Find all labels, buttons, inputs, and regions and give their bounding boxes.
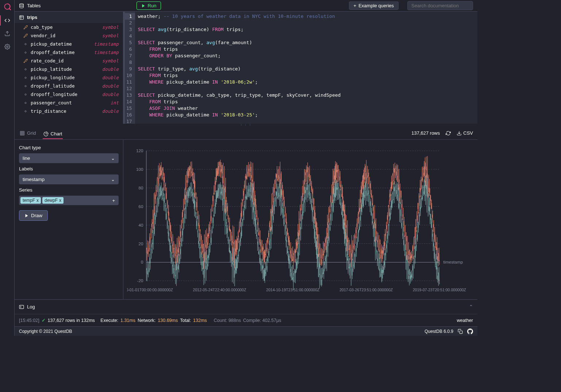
terminal-icon (19, 304, 24, 310)
pie-chart-icon (43, 131, 49, 137)
grid-icon (20, 131, 25, 136)
github-icon[interactable] (467, 328, 473, 334)
svg-rect-48 (460, 331, 462, 334)
column-row[interactable]: vendor_idsymbol (15, 31, 123, 40)
svg-text:2017-03-26T23:51:00.000000Z: 2017-03-26T23:51:00.000000Z (339, 288, 393, 292)
svg-text:20: 20 (138, 242, 143, 246)
sql-editor[interactable]: 1234567891011121314151617 weather; -- 10… (123, 12, 477, 124)
search-input[interactable] (407, 1, 473, 10)
example-queries-button[interactable]: + Example queries (349, 1, 399, 10)
svg-rect-5 (20, 15, 24, 19)
log-label: Log (27, 304, 35, 310)
download-icon (457, 131, 462, 136)
play-icon (24, 214, 29, 218)
column-row[interactable]: dropoff_latitudedouble (15, 82, 123, 90)
import-tab-icon[interactable] (4, 31, 10, 36)
column-row[interactable]: pickup_latitudedouble (15, 65, 123, 73)
svg-point-2 (7, 46, 8, 47)
tables-label: Tables (27, 3, 41, 8)
log-bar[interactable]: Log ⌃ (15, 299, 477, 314)
editor-content[interactable]: weather; -- 10 years of weather data in … (135, 12, 344, 124)
svg-point-3 (20, 4, 24, 5)
count-stat: Count: 988ns (214, 318, 241, 323)
column-row[interactable]: pickup_datetimetimestamp (15, 40, 123, 48)
execute-value: 1.31ms (120, 318, 135, 323)
column-row[interactable]: passenger_countint (15, 99, 123, 107)
settings-tab-icon[interactable] (4, 44, 10, 50)
left-rail (0, 0, 15, 336)
database-icon (19, 3, 24, 8)
chart-tab[interactable]: Chart (43, 130, 63, 139)
results-panel: Grid Chart 137,627 rows CSV Chart type (15, 127, 477, 299)
status-summary: 137,627 rows in 132ms (48, 318, 95, 323)
row-count: 137,627 rows (411, 130, 440, 136)
svg-rect-47 (19, 305, 24, 308)
chevron-up-icon[interactable]: ⌃ (469, 304, 473, 310)
status-time: [15:45:02] (19, 318, 39, 323)
svg-point-8 (25, 43, 26, 45)
chevron-down-icon: ⌄ (111, 177, 115, 182)
chart-config: Chart type line ⌄ Labels timestamp ⌄ Ser… (15, 140, 123, 299)
tables-header: Tables (19, 3, 41, 8)
column-row[interactable]: trip_distancedouble (15, 107, 123, 115)
column-row[interactable]: pickup_longitudedouble (15, 73, 123, 82)
csv-button[interactable]: CSV (457, 130, 473, 136)
chart-canvas: -200204060801001202010-01-01T00:00:00.00… (123, 140, 477, 299)
draw-button[interactable]: Draw (19, 210, 48, 221)
table-icon (19, 15, 24, 20)
svg-point-10 (25, 69, 26, 70)
svg-text:2019-07-23T20:51:00.000000Z: 2019-07-23T20:51:00.000000Z (413, 288, 466, 292)
svg-text:40: 40 (138, 223, 143, 227)
svg-point-9 (25, 52, 26, 53)
svg-text:2010-01-01T00:00:00.000000Z: 2010-01-01T00:00:00.000000Z (127, 288, 173, 292)
svg-marker-4 (142, 4, 145, 7)
chevron-down-icon: ⌄ (111, 155, 115, 161)
add-series-button[interactable]: + (110, 198, 117, 203)
network-value: 130.69ms (158, 318, 178, 323)
svg-text:-20: -20 (137, 279, 143, 283)
labels-label: Labels (19, 166, 119, 172)
refresh-button[interactable] (446, 131, 451, 136)
labels-select[interactable]: timestamp ⌄ (19, 174, 119, 184)
top-bar: Tables Run + Example queries (15, 0, 477, 12)
console-tab-icon[interactable] (4, 18, 10, 23)
series-tag[interactable]: dewpF x (42, 197, 64, 204)
svg-text:timestamp: timestamp (443, 260, 463, 265)
svg-text:0: 0 (141, 260, 143, 265)
svg-point-11 (25, 77, 26, 78)
svg-point-12 (25, 85, 26, 87)
svg-text:2012-05-24T22:40:00.000000Z: 2012-05-24T22:40:00.000000Z (193, 288, 246, 292)
editor-gutter: 1234567891011121314151617 (125, 12, 135, 124)
remove-icon[interactable]: x (59, 198, 61, 203)
chart-type-select[interactable]: line ⌄ (19, 153, 119, 163)
chart-type-label: Chart type (19, 145, 119, 150)
total-value: 132ms (193, 318, 207, 323)
svg-text:120: 120 (136, 149, 143, 153)
copyright: Copyright © 2021 QuestDB (19, 329, 72, 334)
table-row[interactable]: trips (15, 12, 123, 23)
svg-point-15 (25, 111, 26, 112)
svg-text:100: 100 (136, 167, 143, 172)
logo-icon (4, 3, 11, 10)
series-label: Series (19, 187, 119, 193)
execute-label: Execute: (100, 318, 118, 323)
status-db: weather (457, 318, 473, 323)
column-row[interactable]: dropoff_datetimetimestamp (15, 48, 123, 57)
total-label: Total: (180, 318, 191, 323)
series-tag[interactable]: tempF x (20, 197, 41, 204)
remove-icon[interactable]: x (36, 198, 39, 203)
column-row[interactable]: dropoff_longitudedouble (15, 90, 123, 99)
play-icon (141, 4, 146, 8)
series-select[interactable]: tempF x dewpF x + (19, 196, 119, 205)
grid-tab[interactable]: Grid (19, 129, 37, 137)
column-row[interactable]: rate_code_idsymbol (15, 57, 123, 65)
column-row[interactable]: cab_typesymbol (15, 23, 123, 31)
svg-text:2014-10-19T23:51:00.000000Z: 2014-10-19T23:51:00.000000Z (266, 288, 319, 292)
copy-icon[interactable] (458, 329, 463, 334)
resize-handle[interactable]: ⋮⋮⋮ (15, 124, 477, 127)
svg-point-14 (25, 102, 26, 104)
run-button[interactable]: Run (137, 1, 161, 10)
svg-marker-22 (26, 214, 28, 217)
footer: Copyright © 2021 QuestDB QuestDB 6.0.9 (15, 326, 477, 336)
version: QuestDB 6.0.9 (424, 329, 453, 334)
